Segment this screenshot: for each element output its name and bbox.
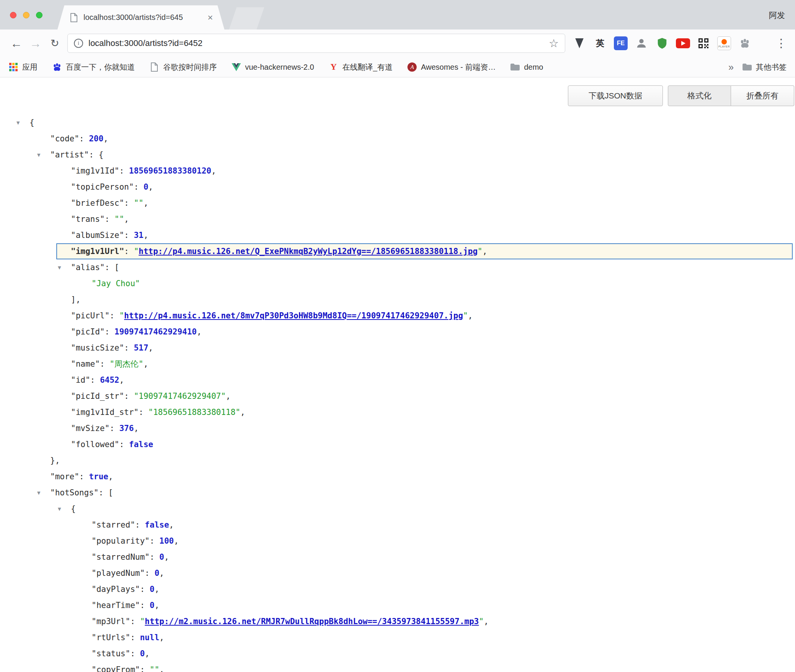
json-line: "dayPlays": 0, <box>0 581 795 597</box>
json-punctuation: : <box>124 198 134 208</box>
bookmarks-overflow-icon[interactable] <box>728 62 734 72</box>
json-key: "followed" <box>71 440 119 449</box>
json-value: 0 <box>144 182 149 192</box>
contacts-extension-icon[interactable] <box>633 35 649 51</box>
collapse-arrow-icon[interactable]: ▼ <box>58 259 61 275</box>
qrcode-extension-icon[interactable] <box>695 35 712 51</box>
json-value: "" <box>115 215 124 224</box>
json-punctuation: , <box>468 311 473 320</box>
window-zoom-button[interactable] <box>36 12 43 18</box>
json-punctuation: [ <box>108 488 113 497</box>
download-json-button[interactable]: 下载JSON数据 <box>568 85 663 106</box>
paw-extension-icon[interactable] <box>737 35 753 51</box>
json-key: "code" <box>50 134 79 143</box>
translate-extension-icon[interactable]: 英 <box>592 35 608 51</box>
format-button[interactable]: 格式化 <box>668 85 731 106</box>
json-line: ▼"artist": { <box>0 147 795 163</box>
json-punctuation: , <box>483 247 487 256</box>
window-minimize-button[interactable] <box>23 12 29 18</box>
json-punctuation: : <box>130 617 140 626</box>
json-value: 18569651883380120 <box>129 166 211 175</box>
collapse-arrow-icon[interactable]: ▼ <box>16 115 20 131</box>
collapse-arrow-icon[interactable]: ▼ <box>37 147 40 163</box>
bookmark-item-apps[interactable]: 应用 <box>8 62 38 72</box>
json-punctuation: : <box>124 247 134 256</box>
window-close-button[interactable] <box>10 12 16 18</box>
other-bookmarks-folder[interactable]: 其他书签 <box>742 62 787 72</box>
bookmark-item-baidu[interactable]: 百度一下，你就知道 <box>52 62 135 72</box>
json-punctuation: , <box>145 649 150 658</box>
json-key: "rtUrls" <box>92 633 130 642</box>
json-key: "hotSongs" <box>50 488 98 497</box>
json-line: ▼{ <box>0 501 795 517</box>
baidu-paw-icon <box>52 62 62 72</box>
json-value: false <box>145 520 169 529</box>
json-value: 100 <box>159 536 174 546</box>
bookmark-star-icon[interactable] <box>549 38 559 49</box>
navigation-bar: localhost:3000/artists?id=6452 英 FE <box>0 30 795 57</box>
json-value: 200 <box>89 134 103 143</box>
site-info-icon[interactable] <box>74 39 83 48</box>
json-punctuation: , <box>143 359 148 369</box>
new-tab-button[interactable] <box>229 7 264 30</box>
json-url-link[interactable]: http://p4.music.126.net/8mv7qP30Pd3oHW8b… <box>124 311 463 320</box>
collapse-all-button[interactable]: 折叠所有 <box>731 85 794 106</box>
address-bar[interactable]: localhost:3000/artists?id=6452 <box>67 34 565 53</box>
other-bookmarks-label: 其他书签 <box>756 62 787 72</box>
json-key: "img1v1Id_str" <box>71 408 139 417</box>
json-punctuation: : <box>90 375 100 385</box>
browser-tab[interactable]: localhost:3000/artists?id=645 × <box>57 5 224 30</box>
json-key: "picUrl" <box>71 311 110 320</box>
json-key: "picId_str" <box>71 392 124 401</box>
bookmark-item-awesomes[interactable]: A Awesomes - 前端资… <box>407 62 496 72</box>
bookmark-item-google-sort[interactable]: 谷歌按时间排序 <box>149 62 217 72</box>
json-punctuation: : <box>124 343 134 352</box>
bookmark-label: 谷歌按时间排序 <box>163 62 217 72</box>
json-key: "musicSize" <box>71 343 124 352</box>
json-punctuation: , <box>174 536 179 546</box>
back-button[interactable] <box>7 38 26 49</box>
json-url-link[interactable]: http://p4.music.126.net/Q_ExePNkmqB2yWyL… <box>139 247 478 256</box>
json-line: "Jay Chou" <box>0 275 795 292</box>
json-punctuation: , <box>108 472 113 481</box>
music-player-extension-icon[interactable]: PLAYER <box>716 35 732 51</box>
collapse-arrow-icon[interactable]: ▼ <box>58 501 61 517</box>
json-punctuation: : <box>119 440 129 449</box>
window-controls <box>10 12 43 18</box>
url-text[interactable]: localhost:3000/artists?id=6452 <box>88 38 549 48</box>
reload-button[interactable] <box>45 38 64 49</box>
bookmark-label: 应用 <box>22 62 38 72</box>
bookmark-item-vue-hackernews[interactable]: vue-hackernews-2.0 <box>231 62 314 72</box>
collapse-arrow-icon[interactable]: ▼ <box>37 485 40 501</box>
json-line: "copyFrom": "", <box>0 662 795 672</box>
json-url-link[interactable]: http://m2.music.126.net/RMJR7wDullRqppBk… <box>145 617 479 626</box>
profile-name: 阿发 <box>769 10 785 21</box>
browser-menu-icon[interactable] <box>774 38 788 49</box>
bookmark-item-demo[interactable]: demo <box>510 62 543 72</box>
json-value: 6452 <box>100 375 119 385</box>
forward-button[interactable] <box>26 38 45 49</box>
apps-grid-icon <box>8 62 18 72</box>
json-line: "img1v1Id_str": "18569651883380118", <box>0 404 795 420</box>
json-value: "19097417462929407" <box>134 392 226 401</box>
json-punctuation: , <box>240 408 245 417</box>
pennant-extension-icon[interactable] <box>571 35 587 51</box>
json-line: "status": 0, <box>0 646 795 662</box>
shield-extension-icon[interactable] <box>654 35 670 51</box>
youdao-icon: Y <box>329 62 339 72</box>
fe-extension-icon[interactable]: FE <box>613 35 629 51</box>
youtube-extension-icon[interactable] <box>675 35 691 51</box>
json-punctuation: , <box>159 633 164 642</box>
json-line: ▼{ <box>0 115 795 131</box>
json-punctuation: { <box>98 150 103 159</box>
json-key: "starredNum" <box>92 552 150 562</box>
json-punctuation: , <box>159 569 164 578</box>
json-key: "img1v1Url" <box>71 247 124 256</box>
json-view: ▼{"code": 200,▼"artist": {"img1v1Id": 18… <box>0 115 795 672</box>
bookmark-item-youdao[interactable]: Y 在线翻译_有道 <box>329 62 393 72</box>
json-key: "more" <box>50 472 79 481</box>
json-value: 376 <box>119 424 134 433</box>
json-line: "id": 6452, <box>0 372 795 388</box>
extension-icons: 英 FE <box>571 35 753 51</box>
tab-close-icon[interactable]: × <box>208 13 213 22</box>
